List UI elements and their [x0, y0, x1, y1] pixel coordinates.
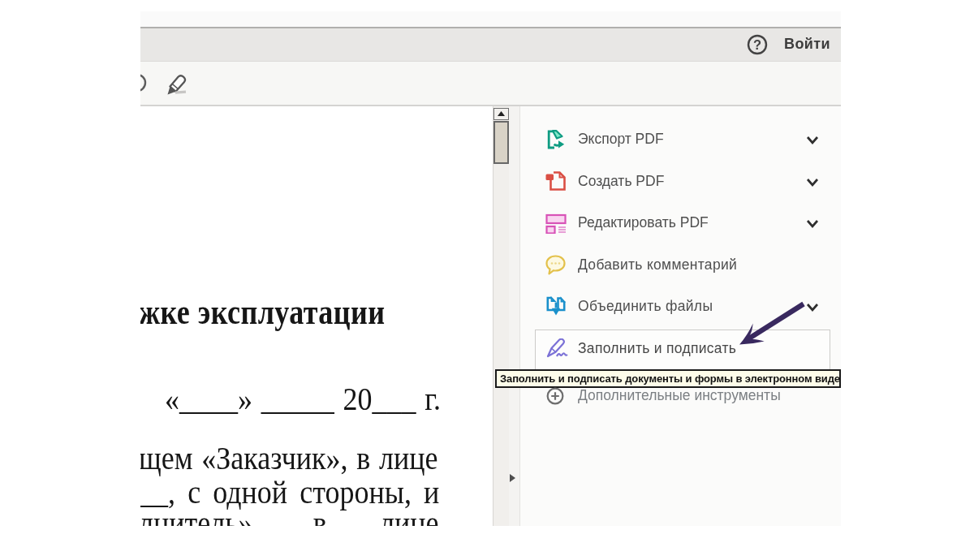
svg-text:?: ?	[753, 37, 761, 52]
